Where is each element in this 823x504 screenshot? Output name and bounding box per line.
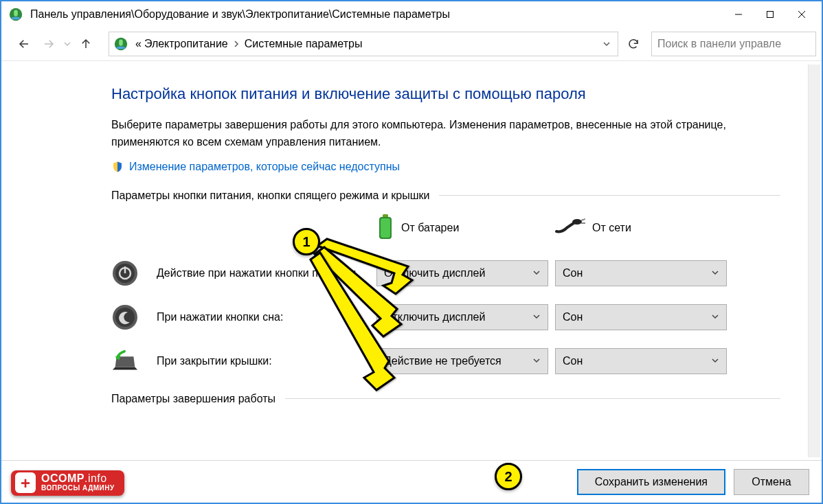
row-label-lid: При закрытии крышки: <box>157 355 370 367</box>
svg-line-17 <box>581 219 585 220</box>
search-input[interactable]: Поиск в панели управле <box>651 32 816 56</box>
address-dropdown[interactable] <box>598 32 615 56</box>
up-button[interactable] <box>74 32 98 56</box>
svg-point-2 <box>12 16 21 19</box>
sleep-ac-select[interactable]: Сон <box>555 304 727 330</box>
titlebar: Панель управления\Оборудование и звук\Эл… <box>1 1 822 27</box>
location-icon <box>113 36 128 51</box>
content-area: Настройка кнопок питания и включение защ… <box>1 65 822 457</box>
svg-rect-4 <box>767 12 774 18</box>
close-button[interactable] <box>786 4 818 25</box>
power-ac-select[interactable]: Сон <box>555 260 727 286</box>
breadcrumb-item[interactable]: Системные параметры <box>243 32 364 56</box>
sleep-battery-select[interactable]: Отключить дисплей <box>376 304 548 330</box>
unlock-settings-link[interactable]: Изменение параметров, которые сейчас нед… <box>111 161 780 173</box>
search-placeholder: Поиск в панели управле <box>657 38 781 50</box>
vertical-scrollbar[interactable] <box>808 65 820 457</box>
svg-point-16 <box>572 219 582 225</box>
power-button-icon <box>111 260 139 287</box>
chevron-down-icon <box>532 311 541 323</box>
maximize-button[interactable] <box>754 4 786 25</box>
power-settings-grid: От батареи От сети Действие при нажатии … <box>111 213 780 375</box>
toolbar-divider <box>1 60 822 61</box>
history-dropdown[interactable] <box>62 41 73 47</box>
column-header-ac: От сети <box>555 218 727 238</box>
power-battery-select[interactable]: Отключить дисплей <box>376 260 548 286</box>
chevron-down-icon <box>711 355 719 367</box>
column-header-battery: От батареи <box>376 213 548 243</box>
breadcrumb-item[interactable]: Электропитание <box>143 32 243 56</box>
plug-icon <box>555 218 585 238</box>
page-heading: Настройка кнопок питания и включение защ… <box>111 85 780 103</box>
sleep-button-icon <box>111 303 139 331</box>
footer-buttons: Сохранить изменения Отмена <box>1 460 822 503</box>
svg-rect-1 <box>14 10 18 16</box>
row-label-power: Действие при нажатии кнопки питания: <box>157 267 370 279</box>
shield-icon <box>111 161 124 173</box>
chevron-down-icon <box>532 267 541 279</box>
unlock-settings-text[interactable]: Изменение параметров, которые сейчас нед… <box>129 161 400 173</box>
app-icon <box>8 7 23 22</box>
svg-rect-11 <box>119 40 123 46</box>
chevron-right-icon <box>229 40 243 48</box>
group-buttons-title: Параметры кнопки питания, кнопки спящего… <box>111 190 780 202</box>
row-label-sleep: При нажатии кнопки сна: <box>157 311 370 323</box>
back-button[interactable] <box>12 32 36 56</box>
battery-icon <box>376 213 394 243</box>
svg-point-12 <box>117 46 126 49</box>
lid-battery-select[interactable]: Действие не требуется <box>376 348 548 374</box>
ocomp-watermark: + OCOMP.info ВОПРОСЫ АДМИНУ <box>11 470 124 496</box>
svg-rect-15 <box>381 218 390 238</box>
lid-ac-select[interactable]: Сон <box>555 348 727 374</box>
breadcrumb-prefix[interactable]: « <box>134 32 143 56</box>
plus-icon: + <box>15 472 36 493</box>
page-description: Выберите параметры завершения работы для… <box>111 117 780 151</box>
chevron-down-icon <box>711 267 719 279</box>
nav-toolbar: « Электропитание Системные параметры Пои… <box>1 27 822 60</box>
chevron-down-icon <box>532 355 541 367</box>
cancel-button[interactable]: Отмена <box>734 469 809 495</box>
lid-close-icon <box>111 347 139 375</box>
save-button[interactable]: Сохранить изменения <box>577 469 725 495</box>
minimize-button[interactable] <box>723 4 754 25</box>
group-shutdown-title: Параметры завершения работы <box>111 393 780 405</box>
chevron-down-icon <box>711 311 719 323</box>
refresh-button[interactable] <box>620 32 647 56</box>
forward-button[interactable] <box>37 32 60 56</box>
address-bar[interactable]: « Электропитание Системные параметры <box>109 32 618 56</box>
window-title: Панель управления\Оборудование и звук\Эл… <box>30 8 723 21</box>
